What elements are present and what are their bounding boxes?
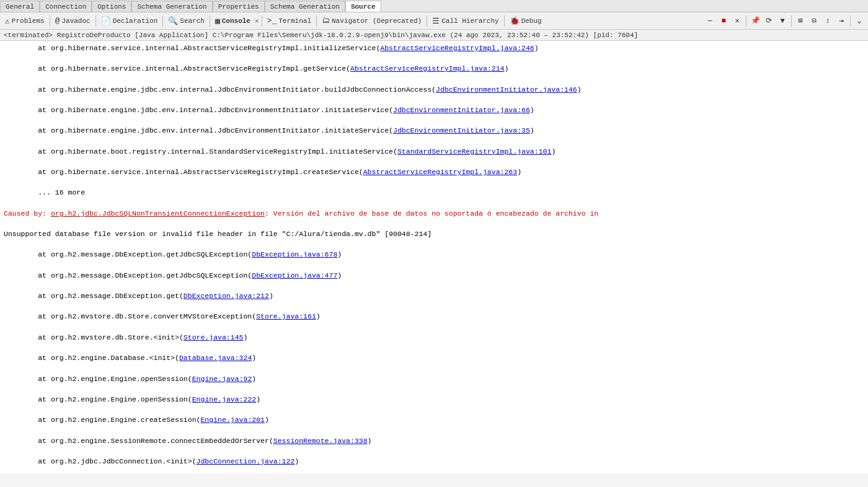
console-label: Console (222, 17, 250, 25)
debug-icon: 🐞 (510, 16, 520, 26)
stack-link[interactable]: AbstractServiceRegistryImpl.java:246 (380, 44, 534, 52)
top-tab-bar: General Connection Options Schema Genera… (0, 0, 868, 12)
stack-link[interactable]: AbstractServiceRegistryImpl.java:214 (350, 64, 504, 72)
terminal-label: Terminal (278, 17, 311, 25)
javadoc-label: Javadoc (61, 17, 90, 25)
console-icon: ▦ (215, 16, 220, 26)
stack-link[interactable]: Database.java:324 (179, 354, 252, 362)
call-hierarchy-label: Call Hierarchy (441, 17, 498, 25)
stack-link[interactable]: JdbcConnection.java:122 (197, 457, 295, 465)
stack-link[interactable]: Engine.java:92 (192, 375, 252, 383)
exception-link[interactable]: org.h2.jdbc.JdbcSQLNonTransientConnectio… (51, 209, 265, 217)
stack-link[interactable]: DbException.java:212 (184, 292, 269, 300)
main-toolbar: ⚠ Problems @ Javadoc 📄 Declaration 🔍 Sea… (0, 12, 868, 30)
sep-2 (95, 15, 96, 27)
debug-label: Debug (521, 17, 542, 25)
stack-link[interactable]: JdbcEnvironmentInitiator.java:146 (436, 86, 577, 94)
status-text: <terminated> RegistroDeProducto [Java Ap… (4, 32, 638, 39)
console-output[interactable]: at org.hibernate.service.internal.Abstra… (0, 41, 868, 473)
tab-general[interactable]: General (0, 1, 40, 12)
stack-link[interactable]: Engine.java:201 (200, 416, 265, 424)
action2-btn[interactable]: ⊟ (808, 15, 820, 27)
sep-4 (210, 15, 210, 27)
stack-link[interactable]: JdbcEnvironmentInitiator.java:35 (393, 126, 530, 134)
search-label: Search (180, 17, 205, 25)
tab-properties[interactable]: Properties (213, 1, 265, 12)
remove-btn[interactable]: ✕ (731, 15, 743, 27)
declaration-label: Declaration (113, 17, 158, 25)
tab-source[interactable]: Source (345, 1, 381, 12)
stack-link[interactable]: AbstractServiceRegistryImpl.java:263 (363, 168, 517, 176)
stack-link[interactable]: Engine.java:222 (192, 395, 257, 403)
console-close-btn[interactable]: ✕ (255, 17, 259, 25)
sep-10 (791, 15, 792, 27)
sep-11 (850, 15, 851, 27)
sep-3 (162, 15, 163, 27)
sep-5 (262, 15, 262, 27)
tab-schema-gen-1[interactable]: Schema Generation (131, 1, 212, 12)
search-tab[interactable]: 🔍 Search (166, 15, 207, 27)
call-hierarchy-tab[interactable]: ☰ Call Hierarchy (430, 15, 501, 27)
problems-icon: ⚠ (5, 16, 10, 26)
chevron-down-btn[interactable]: ⌄ (853, 15, 866, 27)
stack-link[interactable]: DbException.java:477 (252, 271, 337, 279)
status-bar: <terminated> RegistroDeProducto [Java Ap… (0, 30, 868, 41)
action4-btn[interactable]: ⇥ (835, 15, 848, 27)
action1-btn[interactable]: ⊞ (794, 15, 807, 27)
tab-connection[interactable]: Connection (40, 1, 92, 12)
stack-link[interactable]: JdbcEnvironmentInitiator.java:66 (393, 106, 530, 114)
javadoc-icon: @ (55, 16, 60, 25)
declaration-icon: 📄 (101, 16, 111, 26)
declaration-tab[interactable]: 📄 Declaration (99, 15, 161, 27)
call-hierarchy-icon: ☰ (432, 16, 440, 26)
javadoc-tab[interactable]: @ Javadoc (53, 15, 93, 26)
problems-label: Problems (12, 17, 45, 25)
search-icon: 🔍 (168, 16, 178, 26)
minimize-console-btn[interactable]: — (704, 15, 716, 27)
stack-link[interactable]: DbException.java:678 (252, 250, 337, 258)
sep-9 (746, 15, 746, 27)
sep-1 (50, 15, 50, 27)
navigator-tab[interactable]: 🗂 Navigator (Deprecated) (319, 15, 424, 26)
tab-schema-gen-2[interactable]: Schema Generation (265, 1, 345, 12)
stack-link[interactable]: SessionRemote.java:338 (273, 437, 368, 445)
sep-8 (504, 15, 505, 27)
terminal-tab[interactable]: >_ Terminal (265, 15, 314, 26)
sep-7 (427, 15, 427, 27)
pin-btn[interactable]: 📌 (749, 15, 761, 27)
problems-tab[interactable]: ⚠ Problems (2, 15, 47, 27)
toolbar-right-actions: — ■ ✕ 📌 ⟳ ▼ ⊞ ⊟ ↕ ⇥ ⌄ (704, 15, 866, 27)
stack-link[interactable]: StandardServiceRegistryImpl.java:101 (397, 147, 551, 156)
navigator-icon: 🗂 (322, 16, 330, 25)
stack-link[interactable]: Store.java:161 (256, 312, 316, 320)
stack-link[interactable]: Store.java:145 (184, 333, 244, 341)
view-menu-btn[interactable]: ▼ (776, 15, 789, 27)
terminal-icon: >_ (267, 16, 277, 25)
sep-6 (316, 15, 317, 27)
console-tab[interactable]: ▦ Console (213, 15, 253, 27)
navigator-label: Navigator (Deprecated) (332, 17, 422, 25)
tab-options[interactable]: Options (92, 1, 131, 12)
stop-btn[interactable]: ■ (717, 15, 730, 27)
sync-btn[interactable]: ⟳ (763, 15, 775, 27)
debug-tab[interactable]: 🐞 Debug (507, 15, 544, 27)
action3-btn[interactable]: ↕ (822, 15, 834, 27)
